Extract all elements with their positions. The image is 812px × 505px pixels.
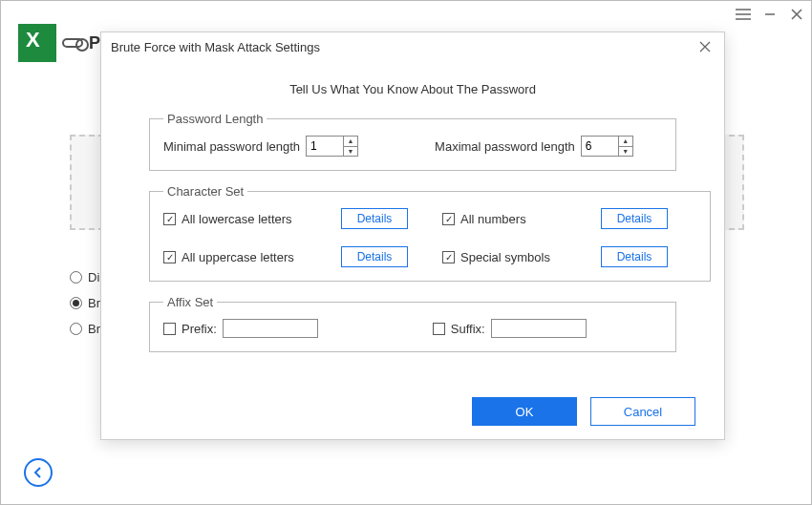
radio-label: Di [88, 270, 99, 284]
numbers-details-button[interactable]: Details [601, 208, 668, 229]
uppercase-label: All uppercase letters [182, 250, 294, 264]
cancel-button[interactable]: Cancel [590, 397, 695, 426]
suffix-input[interactable] [491, 319, 587, 338]
lowercase-details-button[interactable]: Details [341, 208, 408, 229]
radio-label: Br [88, 322, 100, 336]
checkbox-icon: ✓ [163, 251, 176, 263]
app-titlebar [1, 1, 811, 28]
radio-icon [70, 323, 82, 335]
spin-up-icon[interactable]: ▲ [344, 137, 357, 146]
radio-brute[interactable]: Br [70, 322, 100, 336]
radio-icon [70, 297, 82, 309]
min-length-label: Minimal password length [163, 139, 300, 154]
prefix-input[interactable] [223, 319, 318, 338]
radio-label: Br [88, 296, 100, 310]
password-length-legend: Password Length [163, 112, 267, 126]
character-set-group: Character Set ✓ All lowercase letters De… [149, 184, 711, 282]
affix-set-group: Affix Set Prefix: Suffix: [149, 295, 676, 352]
dialog-heading: Tell Us What You Know About The Password [101, 82, 724, 96]
prefix-checkbox[interactable]: Prefix: [163, 322, 217, 336]
symbols-label: Special symbols [460, 250, 550, 264]
mask-settings-dialog: Brute Force with Mask Attack Settings Te… [100, 32, 725, 440]
lowercase-checkbox[interactable]: ✓ All lowercase letters [163, 212, 335, 226]
character-set-legend: Character Set [163, 184, 247, 199]
hamburger-icon[interactable] [735, 6, 752, 23]
key-icon [62, 38, 83, 48]
numbers-label: All numbers [460, 212, 526, 226]
minimize-icon[interactable] [761, 6, 779, 23]
dialog-title: Brute Force with Mask Attack Settings [111, 40, 320, 54]
max-length-stepper[interactable]: ▲ ▼ [581, 136, 633, 157]
suffix-checkbox[interactable]: Suffix: [433, 322, 485, 336]
spin-down-icon[interactable]: ▼ [344, 146, 357, 156]
attack-mode-radios: Di Br Br [70, 270, 100, 336]
min-length-stepper[interactable]: ▲ ▼ [306, 136, 358, 157]
radio-icon [70, 271, 82, 284]
checkbox-icon [163, 323, 176, 335]
symbols-checkbox[interactable]: ✓ Special symbols [442, 250, 595, 264]
uppercase-details-button[interactable]: Details [341, 246, 408, 267]
max-length-label: Maximal password length [435, 139, 575, 154]
checkbox-icon [433, 323, 445, 335]
app-window: Pas Di Br Br Brute Force with Mask Attac… [0, 0, 812, 505]
ok-button[interactable]: OK [472, 397, 577, 426]
affix-set-legend: Affix Set [163, 295, 217, 309]
max-length-input[interactable] [582, 137, 618, 156]
min-length-input[interactable] [307, 137, 343, 156]
checkbox-icon: ✓ [442, 213, 455, 225]
checkbox-icon: ✓ [442, 251, 455, 263]
spin-up-icon[interactable]: ▲ [619, 137, 632, 146]
lowercase-label: All lowercase letters [182, 212, 292, 226]
radio-dictionary[interactable]: Di [70, 270, 100, 284]
suffix-label: Suffix: [451, 322, 485, 336]
dialog-button-row: OK Cancel [472, 397, 695, 426]
prefix-label: Prefix: [182, 322, 217, 336]
dialog-close-icon[interactable] [695, 37, 715, 56]
close-icon[interactable] [788, 6, 805, 23]
back-button[interactable] [24, 458, 53, 487]
dialog-titlebar: Brute Force with Mask Attack Settings [101, 32, 724, 61]
radio-brute-mask[interactable]: Br [70, 296, 100, 310]
uppercase-checkbox[interactable]: ✓ All uppercase letters [163, 250, 335, 264]
checkbox-icon: ✓ [163, 213, 176, 225]
excel-icon [18, 24, 56, 62]
numbers-checkbox[interactable]: ✓ All numbers [442, 212, 595, 226]
symbols-details-button[interactable]: Details [601, 246, 668, 267]
spin-down-icon[interactable]: ▼ [619, 146, 632, 156]
password-length-group: Password Length Minimal password length … [149, 112, 676, 171]
